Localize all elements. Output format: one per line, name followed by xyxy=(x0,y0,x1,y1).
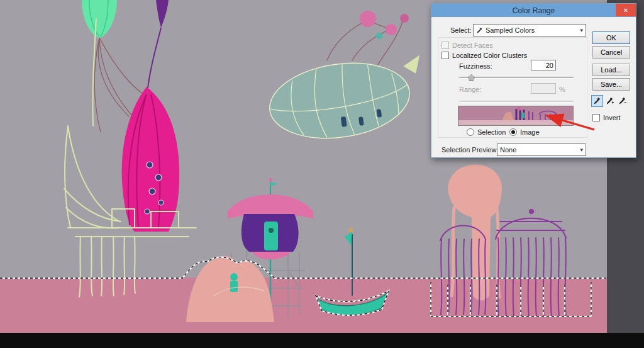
eyedropper-add-tool-button[interactable] xyxy=(604,95,616,107)
eyedropper-icon xyxy=(593,97,601,105)
select-label: Select: xyxy=(450,26,472,34)
detect-faces-label: Detect Faces xyxy=(452,42,493,49)
close-button[interactable]: ✕ xyxy=(616,4,636,16)
chevron-down-icon: ▾ xyxy=(580,147,583,153)
eyedropper-minus-icon xyxy=(618,97,626,105)
select-dropdown-value: Sampled Colors xyxy=(486,26,577,34)
fuzziness-label: Fuzziness: xyxy=(459,62,492,70)
checkbox-box[interactable] xyxy=(592,114,600,121)
fuzziness-slider-thumb[interactable] xyxy=(468,74,475,81)
invert-label: Invert xyxy=(603,114,621,121)
selection-preview-label: Selection Preview: xyxy=(441,146,499,154)
cancel-button[interactable]: Cancel xyxy=(592,46,630,59)
eyedropper-icon xyxy=(476,27,483,34)
range-slider xyxy=(459,98,574,104)
invert-checkbox[interactable]: Invert xyxy=(592,114,621,121)
chevron-down-icon: ▾ xyxy=(580,27,583,33)
eyedropper-tool-button[interactable] xyxy=(591,95,603,107)
slider-groove xyxy=(459,77,574,79)
purple-cone xyxy=(148,0,169,88)
selection-preview-dropdown[interactable]: None ▾ xyxy=(497,143,586,156)
slider-groove xyxy=(459,101,574,103)
airship-rigging xyxy=(327,11,409,65)
checkbox-box xyxy=(441,42,449,49)
photoshop-workspace: Color Range ✕ Select: Sampled Colors ▾ D… xyxy=(0,0,644,348)
localized-clusters-label: Localized Color Clusters xyxy=(452,52,527,59)
localized-clusters-checkbox[interactable]: Localized Color Clusters xyxy=(441,52,527,59)
range-label: Range: xyxy=(459,86,481,93)
dialog-title: Color Range xyxy=(513,6,555,15)
bottom-bar xyxy=(0,333,644,348)
airship xyxy=(265,53,430,147)
selection-radio[interactable]: Selection xyxy=(467,128,506,136)
fuzziness-slider[interactable] xyxy=(459,74,574,81)
range-input xyxy=(531,83,556,94)
ok-button[interactable]: OK xyxy=(592,31,630,44)
color-range-dialog: Color Range ✕ Select: Sampled Colors ▾ D… xyxy=(431,3,636,158)
range-unit: % xyxy=(559,86,565,93)
select-dropdown[interactable]: Sampled Colors ▾ xyxy=(473,24,586,36)
image-radio-label: Image xyxy=(520,128,540,136)
magenta-tower xyxy=(122,87,180,232)
eyedropper-plus-icon xyxy=(606,97,614,105)
dialog-titlebar[interactable]: Color Range ✕ xyxy=(431,4,636,17)
eyedropper-subtract-tool-button[interactable] xyxy=(616,95,628,107)
fuzziness-input[interactable] xyxy=(531,60,556,70)
image-radio[interactable]: Image xyxy=(509,128,540,136)
selection-radio-label: Selection xyxy=(477,128,506,136)
radio-circle[interactable] xyxy=(509,128,517,136)
detect-faces-checkbox: Detect Faces xyxy=(441,42,493,49)
checkbox-box[interactable] xyxy=(441,52,449,59)
save-button[interactable]: Save... xyxy=(592,78,630,91)
load-button[interactable]: Load... xyxy=(592,64,630,76)
range-preview-thumbnail xyxy=(458,106,574,126)
radio-circle[interactable] xyxy=(467,128,474,136)
selection-preview-value: None xyxy=(500,146,577,154)
close-icon: ✕ xyxy=(623,7,628,14)
